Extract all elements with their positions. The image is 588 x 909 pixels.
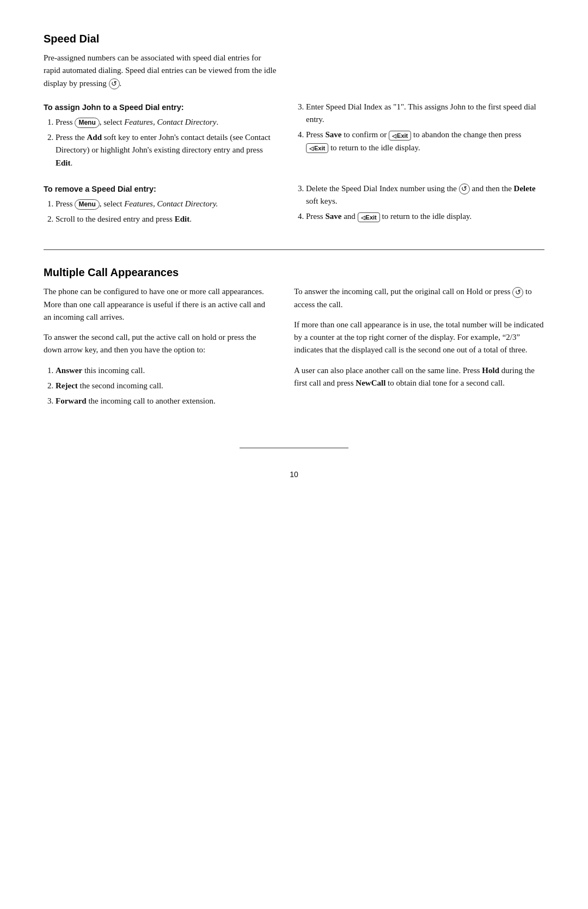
speed-dial-section: Speed Dial Pre-assigned numbers can be a…: [44, 33, 544, 233]
remove-step-1: Press Menu, select Features, Con­tact Di…: [56, 198, 272, 210]
remove-steps-right: Delete the Speed Dial Index num­ber usin…: [294, 182, 544, 223]
mc-list-item-3: Forward the incoming call to an­other ex…: [56, 395, 272, 407]
section-divider: [44, 249, 544, 250]
remove-steps-left: Press Menu, select Features, Con­tact Di…: [44, 198, 272, 226]
nav-icon-3: ↺: [512, 287, 523, 298]
remove-left: To remove a Speed Dial entry: Press Menu…: [44, 182, 272, 234]
multiple-call-content: The phone can be configured to have one …: [44, 285, 544, 415]
remove-title: To remove a Speed Dial entry:: [44, 185, 272, 193]
multiple-call-left: The phone can be configured to have one …: [44, 285, 272, 415]
remove-section: To remove a Speed Dial entry: Press Menu…: [44, 182, 544, 234]
menu-key-1: Menu: [75, 118, 99, 129]
mc-right-para1: To answer the incoming call, put the ori…: [294, 285, 544, 311]
assign-left: To assign John to a Speed Dial entry: Pr…: [44, 101, 272, 177]
assign-title: To assign John to a Speed Dial entry:: [44, 103, 272, 112]
menu-key-2: Menu: [75, 199, 99, 210]
speed-dial-title: Speed Dial: [44, 33, 544, 45]
assign-steps-right: Enter Speed Dial Index as "1". This assi…: [294, 101, 544, 154]
remove-right: Delete the Speed Dial Index num­ber usin…: [294, 182, 544, 234]
remove-step-2: Scroll to the desired entry and press Ed…: [56, 213, 272, 225]
assign-section: To assign John to a Speed Dial entry: Pr…: [44, 101, 544, 177]
mc-right-para2: If more than one call appearance is in u…: [294, 319, 544, 357]
exit-key-2: Exit: [306, 143, 328, 153]
multiple-call-section: Multiple Call Appearances The phone can …: [44, 266, 544, 415]
multiple-call-title: Multiple Call Appearances: [44, 266, 544, 279]
remove-step-4: Press Save and Exit to return to the idl…: [306, 210, 544, 223]
speed-dial-intro: Pre-assigned numbers can be associated w…: [44, 52, 278, 90]
mc-left-para1: The phone can be configured to have one …: [44, 285, 272, 324]
mc-left-para2: To answer the second call, put the activ…: [44, 331, 272, 357]
assign-step-4: Press Save to confirm or Exit to abandon…: [306, 129, 544, 154]
mc-list-item-2: Reject the second incoming call.: [56, 380, 272, 392]
footer-line: [240, 448, 348, 448]
assign-step-2: Press the Add soft key to enter John's c…: [56, 131, 272, 169]
assign-steps-left: Press Menu, select Features, Con­tact Di…: [44, 116, 272, 169]
assign-step-3: Enter Speed Dial Index as "1". This assi…: [306, 101, 544, 126]
mc-right-para3: A user can also place another call on th…: [294, 364, 544, 390]
nav-icon: ↺: [109, 78, 120, 89]
mc-bullet-list: Answer this incoming call. Reject the se…: [44, 364, 272, 408]
page-number: 10: [44, 470, 544, 479]
exit-key-1: Exit: [389, 131, 411, 141]
remove-step-3: Delete the Speed Dial Index num­ber usin…: [306, 182, 544, 208]
exit-key-3: Exit: [358, 212, 380, 222]
nav-icon-2: ↺: [459, 184, 470, 194]
assign-step-1: Press Menu, select Features, Con­tact Di…: [56, 116, 272, 129]
mc-list-item-1: Answer this incoming call.: [56, 364, 272, 377]
multiple-call-right: To answer the incoming call, put the ori…: [294, 285, 544, 415]
assign-right: Enter Speed Dial Index as "1". This assi…: [294, 101, 544, 177]
